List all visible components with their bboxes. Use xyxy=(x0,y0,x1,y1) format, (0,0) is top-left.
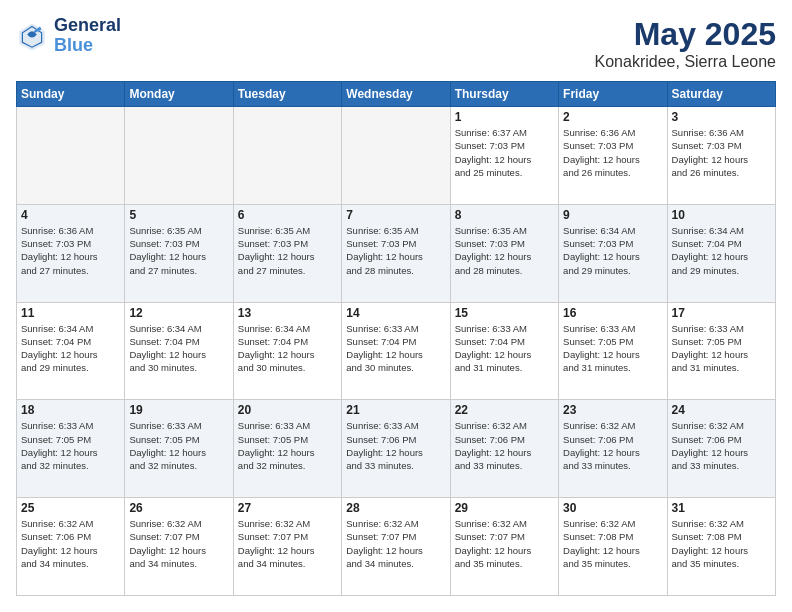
day-info: Sunrise: 6:33 AM Sunset: 7:05 PM Dayligh… xyxy=(563,322,662,375)
calendar-cell: 1Sunrise: 6:37 AM Sunset: 7:03 PM Daylig… xyxy=(450,107,558,205)
day-number: 25 xyxy=(21,501,120,515)
calendar-week-row: 1Sunrise: 6:37 AM Sunset: 7:03 PM Daylig… xyxy=(17,107,776,205)
day-info: Sunrise: 6:33 AM Sunset: 7:05 PM Dayligh… xyxy=(672,322,771,375)
day-info: Sunrise: 6:32 AM Sunset: 7:07 PM Dayligh… xyxy=(346,517,445,570)
calendar-table: SundayMondayTuesdayWednesdayThursdayFrid… xyxy=(16,81,776,596)
logo-line2: Blue xyxy=(54,36,121,56)
day-info: Sunrise: 6:33 AM Sunset: 7:06 PM Dayligh… xyxy=(346,419,445,472)
main-title: May 2025 xyxy=(595,16,776,53)
day-number: 1 xyxy=(455,110,554,124)
day-number: 27 xyxy=(238,501,337,515)
day-info: Sunrise: 6:37 AM Sunset: 7:03 PM Dayligh… xyxy=(455,126,554,179)
day-number: 16 xyxy=(563,306,662,320)
calendar-cell: 22Sunrise: 6:32 AM Sunset: 7:06 PM Dayli… xyxy=(450,400,558,498)
day-number: 29 xyxy=(455,501,554,515)
day-number: 18 xyxy=(21,403,120,417)
calendar-cell: 8Sunrise: 6:35 AM Sunset: 7:03 PM Daylig… xyxy=(450,204,558,302)
day-info: Sunrise: 6:32 AM Sunset: 7:06 PM Dayligh… xyxy=(21,517,120,570)
logo: General Blue xyxy=(16,16,121,56)
day-number: 2 xyxy=(563,110,662,124)
day-info: Sunrise: 6:33 AM Sunset: 7:05 PM Dayligh… xyxy=(129,419,228,472)
calendar-cell: 19Sunrise: 6:33 AM Sunset: 7:05 PM Dayli… xyxy=(125,400,233,498)
day-info: Sunrise: 6:34 AM Sunset: 7:04 PM Dayligh… xyxy=(129,322,228,375)
day-info: Sunrise: 6:36 AM Sunset: 7:03 PM Dayligh… xyxy=(563,126,662,179)
day-info: Sunrise: 6:32 AM Sunset: 7:06 PM Dayligh… xyxy=(563,419,662,472)
calendar-cell: 3Sunrise: 6:36 AM Sunset: 7:03 PM Daylig… xyxy=(667,107,775,205)
day-number: 7 xyxy=(346,208,445,222)
calendar-cell: 5Sunrise: 6:35 AM Sunset: 7:03 PM Daylig… xyxy=(125,204,233,302)
day-number: 22 xyxy=(455,403,554,417)
calendar-cell: 9Sunrise: 6:34 AM Sunset: 7:03 PM Daylig… xyxy=(559,204,667,302)
calendar-cell: 14Sunrise: 6:33 AM Sunset: 7:04 PM Dayli… xyxy=(342,302,450,400)
day-number: 6 xyxy=(238,208,337,222)
day-number: 3 xyxy=(672,110,771,124)
calendar-cell: 13Sunrise: 6:34 AM Sunset: 7:04 PM Dayli… xyxy=(233,302,341,400)
day-number: 10 xyxy=(672,208,771,222)
calendar-weekday-thursday: Thursday xyxy=(450,82,558,107)
day-info: Sunrise: 6:32 AM Sunset: 7:06 PM Dayligh… xyxy=(672,419,771,472)
day-number: 11 xyxy=(21,306,120,320)
day-info: Sunrise: 6:32 AM Sunset: 7:07 PM Dayligh… xyxy=(455,517,554,570)
day-info: Sunrise: 6:34 AM Sunset: 7:04 PM Dayligh… xyxy=(238,322,337,375)
day-info: Sunrise: 6:35 AM Sunset: 7:03 PM Dayligh… xyxy=(129,224,228,277)
day-info: Sunrise: 6:33 AM Sunset: 7:04 PM Dayligh… xyxy=(346,322,445,375)
calendar-weekday-friday: Friday xyxy=(559,82,667,107)
day-info: Sunrise: 6:35 AM Sunset: 7:03 PM Dayligh… xyxy=(346,224,445,277)
day-number: 21 xyxy=(346,403,445,417)
day-info: Sunrise: 6:32 AM Sunset: 7:08 PM Dayligh… xyxy=(672,517,771,570)
day-number: 14 xyxy=(346,306,445,320)
day-info: Sunrise: 6:36 AM Sunset: 7:03 PM Dayligh… xyxy=(672,126,771,179)
day-number: 12 xyxy=(129,306,228,320)
calendar-cell: 10Sunrise: 6:34 AM Sunset: 7:04 PM Dayli… xyxy=(667,204,775,302)
day-info: Sunrise: 6:34 AM Sunset: 7:04 PM Dayligh… xyxy=(21,322,120,375)
day-info: Sunrise: 6:32 AM Sunset: 7:07 PM Dayligh… xyxy=(129,517,228,570)
day-info: Sunrise: 6:32 AM Sunset: 7:06 PM Dayligh… xyxy=(455,419,554,472)
page: General Blue May 2025 Konakridee, Sierra… xyxy=(0,0,792,612)
calendar-week-row: 11Sunrise: 6:34 AM Sunset: 7:04 PM Dayli… xyxy=(17,302,776,400)
calendar-week-row: 18Sunrise: 6:33 AM Sunset: 7:05 PM Dayli… xyxy=(17,400,776,498)
day-info: Sunrise: 6:36 AM Sunset: 7:03 PM Dayligh… xyxy=(21,224,120,277)
day-number: 4 xyxy=(21,208,120,222)
calendar-cell: 7Sunrise: 6:35 AM Sunset: 7:03 PM Daylig… xyxy=(342,204,450,302)
calendar-cell: 2Sunrise: 6:36 AM Sunset: 7:03 PM Daylig… xyxy=(559,107,667,205)
calendar-week-row: 25Sunrise: 6:32 AM Sunset: 7:06 PM Dayli… xyxy=(17,498,776,596)
day-number: 5 xyxy=(129,208,228,222)
day-number: 24 xyxy=(672,403,771,417)
day-info: Sunrise: 6:33 AM Sunset: 7:04 PM Dayligh… xyxy=(455,322,554,375)
day-number: 9 xyxy=(563,208,662,222)
calendar-cell: 16Sunrise: 6:33 AM Sunset: 7:05 PM Dayli… xyxy=(559,302,667,400)
day-info: Sunrise: 6:33 AM Sunset: 7:05 PM Dayligh… xyxy=(238,419,337,472)
calendar-cell: 4Sunrise: 6:36 AM Sunset: 7:03 PM Daylig… xyxy=(17,204,125,302)
calendar-week-row: 4Sunrise: 6:36 AM Sunset: 7:03 PM Daylig… xyxy=(17,204,776,302)
day-number: 26 xyxy=(129,501,228,515)
calendar-cell: 12Sunrise: 6:34 AM Sunset: 7:04 PM Dayli… xyxy=(125,302,233,400)
calendar-cell: 24Sunrise: 6:32 AM Sunset: 7:06 PM Dayli… xyxy=(667,400,775,498)
calendar-cell: 23Sunrise: 6:32 AM Sunset: 7:06 PM Dayli… xyxy=(559,400,667,498)
day-info: Sunrise: 6:32 AM Sunset: 7:08 PM Dayligh… xyxy=(563,517,662,570)
calendar-cell: 25Sunrise: 6:32 AM Sunset: 7:06 PM Dayli… xyxy=(17,498,125,596)
subtitle: Konakridee, Sierra Leone xyxy=(595,53,776,71)
day-number: 15 xyxy=(455,306,554,320)
day-info: Sunrise: 6:34 AM Sunset: 7:04 PM Dayligh… xyxy=(672,224,771,277)
day-info: Sunrise: 6:32 AM Sunset: 7:07 PM Dayligh… xyxy=(238,517,337,570)
calendar-cell xyxy=(342,107,450,205)
logo-text: General Blue xyxy=(54,16,121,56)
day-number: 30 xyxy=(563,501,662,515)
day-number: 17 xyxy=(672,306,771,320)
calendar-cell xyxy=(125,107,233,205)
header: General Blue May 2025 Konakridee, Sierra… xyxy=(16,16,776,71)
title-block: May 2025 Konakridee, Sierra Leone xyxy=(595,16,776,71)
logo-icon xyxy=(16,20,48,52)
day-number: 23 xyxy=(563,403,662,417)
calendar-weekday-saturday: Saturday xyxy=(667,82,775,107)
calendar-cell: 6Sunrise: 6:35 AM Sunset: 7:03 PM Daylig… xyxy=(233,204,341,302)
day-number: 28 xyxy=(346,501,445,515)
calendar-cell xyxy=(233,107,341,205)
calendar-header-row: SundayMondayTuesdayWednesdayThursdayFrid… xyxy=(17,82,776,107)
calendar-cell: 29Sunrise: 6:32 AM Sunset: 7:07 PM Dayli… xyxy=(450,498,558,596)
calendar-weekday-tuesday: Tuesday xyxy=(233,82,341,107)
day-info: Sunrise: 6:35 AM Sunset: 7:03 PM Dayligh… xyxy=(455,224,554,277)
day-number: 13 xyxy=(238,306,337,320)
calendar-cell: 21Sunrise: 6:33 AM Sunset: 7:06 PM Dayli… xyxy=(342,400,450,498)
calendar-cell: 28Sunrise: 6:32 AM Sunset: 7:07 PM Dayli… xyxy=(342,498,450,596)
